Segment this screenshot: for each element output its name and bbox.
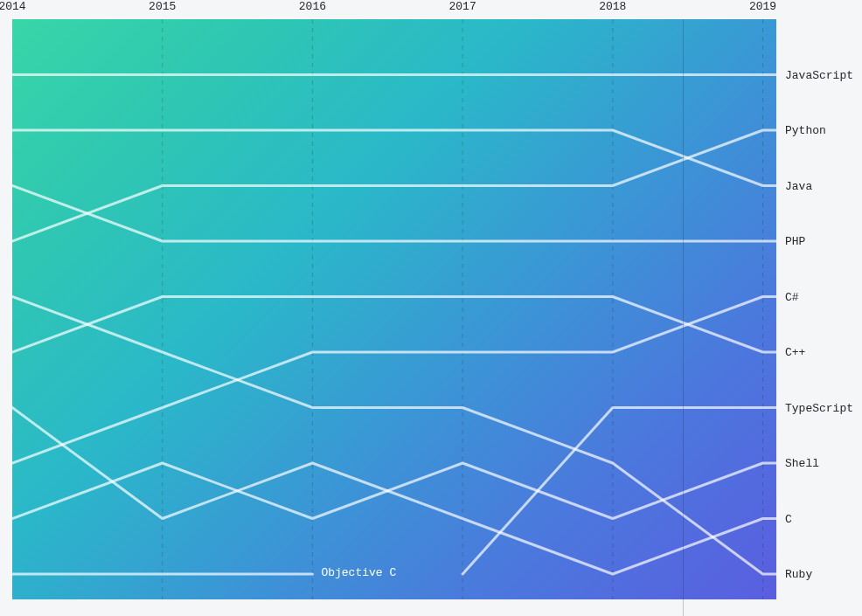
series-c# xyxy=(12,297,776,464)
series-c xyxy=(12,408,776,575)
label-php: PHP xyxy=(785,235,805,248)
series-java xyxy=(12,130,776,186)
x-axis: 201420152016201720182019 xyxy=(0,0,862,19)
label-python: Python xyxy=(785,124,826,137)
series-ruby xyxy=(12,297,776,575)
chart-svg xyxy=(12,19,776,599)
vertical-rule-0 xyxy=(683,19,684,599)
x-tick-2016: 2016 xyxy=(299,0,326,13)
plot-area: Objective C xyxy=(12,19,776,599)
x-tick-2017: 2017 xyxy=(449,0,476,13)
series-labels: JavaScriptPythonJavaPHPC#C++TypeScriptSh… xyxy=(785,19,860,599)
label-ruby: Ruby xyxy=(785,568,812,581)
label-c#: C# xyxy=(785,290,799,303)
label-c: C xyxy=(785,512,792,525)
label-typescript: TypeScript xyxy=(785,401,853,414)
x-tick-2018: 2018 xyxy=(599,0,626,13)
annotation-objective-c: Objective C xyxy=(321,566,396,579)
x-tick-2014: 2014 xyxy=(0,0,26,13)
chart-root: 201420152016201720182019 Objective C Jav… xyxy=(0,0,862,616)
label-javascript: JavaScript xyxy=(785,68,853,81)
series-python xyxy=(12,130,776,241)
series-c++ xyxy=(12,297,776,353)
series-php xyxy=(12,186,776,242)
x-tick-2019: 2019 xyxy=(749,0,776,13)
x-tick-2015: 2015 xyxy=(149,0,176,13)
label-c++: C++ xyxy=(785,346,805,359)
label-shell: Shell xyxy=(785,457,819,470)
vertical-rule-1 xyxy=(683,599,684,616)
label-java: Java xyxy=(785,179,812,192)
